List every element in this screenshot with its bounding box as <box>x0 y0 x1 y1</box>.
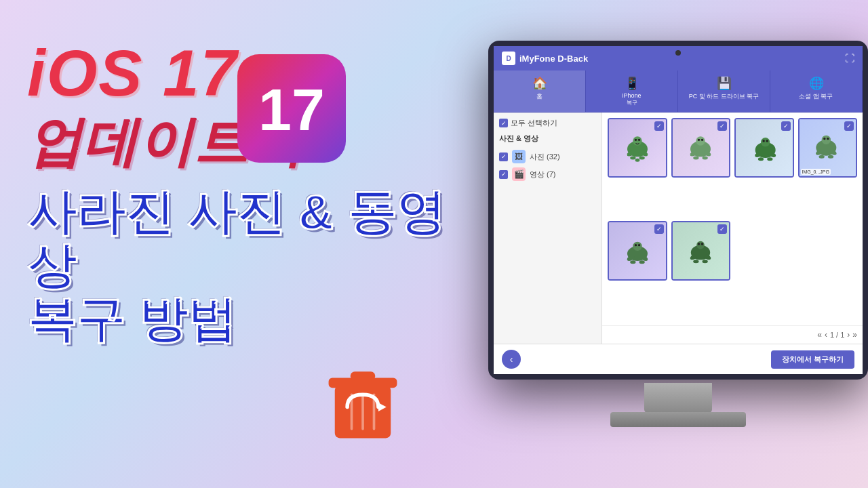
photo-thumb-4[interactable]: ✓ IMG_0...JPG <box>798 118 858 178</box>
svg-point-32 <box>762 140 764 142</box>
photos-label: 사진 (32) <box>530 152 560 162</box>
pagination: « ‹ 1 / 1 › » <box>602 325 863 344</box>
svg-point-54 <box>693 260 698 263</box>
svg-point-25 <box>701 138 703 140</box>
videos-checkbox[interactable]: ✓ <box>499 170 508 179</box>
photo-grid: ✓ <box>602 113 863 325</box>
app-content: ✓ 모두 선택하기 사진 & 영상 ✓ 🖼 사진 (32) ✓ 🎬 영상 (7) <box>494 113 863 344</box>
trash-icon <box>326 360 400 451</box>
bottom-bar: ‹ 장치에서 복구하기 <box>494 344 863 374</box>
svg-point-19 <box>696 136 705 145</box>
photo-thumb-1[interactable]: ✓ <box>608 118 667 178</box>
social-icon: 🌐 <box>809 76 824 91</box>
nav-iphone-sublabel: 복구 <box>627 99 637 106</box>
window-minimize[interactable]: ⛶ <box>845 53 854 64</box>
photo-thumb-2[interactable]: ✓ <box>671 118 731 178</box>
svg-point-49 <box>638 244 640 246</box>
svg-point-39 <box>828 155 833 159</box>
photo-thumb-6[interactable]: ✓ <box>671 221 731 281</box>
svg-point-35 <box>822 135 831 144</box>
select-all-label: 모두 선택하기 <box>511 118 557 128</box>
svg-point-27 <box>761 138 770 146</box>
recover-button[interactable]: 장치에서 복구하기 <box>771 350 854 369</box>
nav-pc-label: PC 및 하드 드라이브 복구 <box>689 92 760 101</box>
app-window: D iMyFone D-Back ⛶ 🏠 홈 📱 iPhone 복구 💾 <box>494 46 863 374</box>
check-1: ✓ <box>654 121 664 131</box>
svg-point-23 <box>703 156 708 159</box>
video-folder-icon: 🎬 <box>512 167 526 181</box>
photo-folder-icon: 🖼 <box>512 150 526 163</box>
sidebar-photos[interactable]: ✓ 🖼 사진 (32) <box>499 148 596 165</box>
sidebar: ✓ 모두 선택하기 사진 & 영상 ✓ 🖼 사진 (32) ✓ 🎬 영상 (7) <box>494 113 602 344</box>
photo-thumb-5[interactable]: ✓ <box>608 221 667 281</box>
svg-point-48 <box>635 244 637 246</box>
svg-point-33 <box>766 140 768 142</box>
svg-rect-4 <box>351 371 376 380</box>
photos-checkbox[interactable]: ✓ <box>499 152 508 161</box>
svg-point-51 <box>696 241 705 249</box>
check-5: ✓ <box>654 224 664 234</box>
nav-item-home[interactable]: 🏠 홈 <box>494 70 586 112</box>
check-6: ✓ <box>717 224 727 234</box>
phone-icon: 📱 <box>625 76 639 91</box>
nav-iphone-label: iPhone <box>622 92 641 99</box>
ios-title: iOS 17 <box>27 41 238 106</box>
svg-point-56 <box>698 243 700 245</box>
select-all-checkbox[interactable]: ✓ <box>499 119 508 127</box>
photo-thumb-3[interactable]: ✓ <box>734 118 794 178</box>
photo-area: ✓ <box>602 113 863 344</box>
svg-text:17: 17 <box>258 76 325 143</box>
app-logo: D <box>502 52 515 65</box>
monitor-stand <box>644 383 712 413</box>
svg-point-46 <box>630 260 635 264</box>
svg-point-41 <box>827 138 829 140</box>
svg-point-22 <box>693 156 698 159</box>
svg-point-24 <box>698 138 700 140</box>
svg-point-15 <box>635 159 639 162</box>
svg-point-55 <box>703 260 708 263</box>
pc-icon: 💾 <box>717 76 732 91</box>
svg-point-31 <box>767 157 772 161</box>
select-all-row[interactable]: ✓ 모두 선택하기 <box>499 118 596 128</box>
app-title: iMyFone D-Back <box>519 54 588 64</box>
nav-item-social[interactable]: 🌐 소셜 앱 복구 <box>770 70 863 112</box>
svg-point-13 <box>630 156 635 159</box>
home-icon: 🏠 <box>532 76 547 91</box>
section-title: 사진 & 영상 <box>499 134 596 144</box>
main-title-line2: 복구 방법 <box>27 293 448 346</box>
monitor-container: D iMyFone D-Back ⛶ 🏠 홈 📱 iPhone 복구 💾 <box>475 41 868 434</box>
monitor-base <box>610 412 746 427</box>
svg-point-14 <box>639 156 644 159</box>
nav-home-label: 홈 <box>536 92 542 101</box>
ios17-icon: 17 <box>237 54 353 169</box>
check-2: ✓ <box>717 121 727 131</box>
svg-point-57 <box>701 243 703 245</box>
photo-label-4: IMG_0...JPG <box>801 169 831 175</box>
page-first[interactable]: « <box>817 330 822 340</box>
nav-social-label: 소셜 앱 복구 <box>799 92 833 101</box>
nav-item-pc[interactable]: 💾 PC 및 하드 드라이브 복구 <box>678 70 770 112</box>
check-3: ✓ <box>781 121 791 131</box>
page-next[interactable]: › <box>847 330 850 340</box>
page-prev[interactable]: ‹ <box>825 330 827 340</box>
svg-point-16 <box>635 138 637 140</box>
main-title-line1: 사라진 사진 & 동영상 <box>27 186 448 293</box>
page-last[interactable]: » <box>852 330 857 340</box>
svg-point-43 <box>633 241 642 250</box>
back-button[interactable]: ‹ <box>502 350 521 369</box>
page-info: 1 / 1 <box>830 331 844 339</box>
sidebar-videos[interactable]: ✓ 🎬 영상 (7) <box>499 165 596 183</box>
svg-point-30 <box>758 157 764 161</box>
nav-item-iphone[interactable]: 📱 iPhone 복구 <box>586 70 678 112</box>
app-navbar: 🏠 홈 📱 iPhone 복구 💾 PC 및 하드 드라이브 복구 🌐 소셜 앱… <box>494 70 863 113</box>
svg-point-47 <box>639 260 644 264</box>
svg-point-17 <box>638 138 640 140</box>
svg-point-40 <box>823 138 825 140</box>
left-content: iOS 17 17 업데이트 후 사라진 사진 & 동영상 복구 방법 <box>27 41 448 347</box>
svg-point-38 <box>819 155 825 159</box>
check-4: ✓ <box>844 121 854 131</box>
videos-label: 영상 (7) <box>530 169 556 180</box>
